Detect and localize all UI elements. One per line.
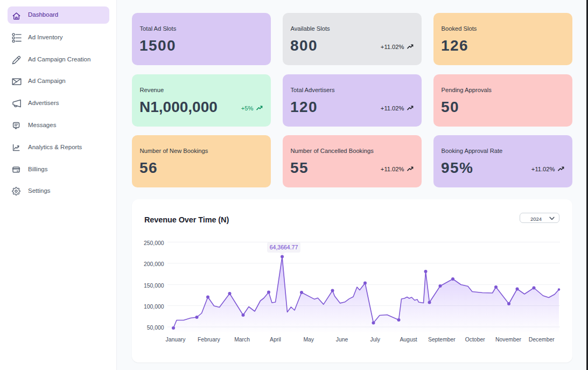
svg-text:250,000: 250,000: [144, 240, 164, 246]
svg-text:March: March: [234, 337, 250, 343]
svg-text:May: May: [303, 337, 314, 343]
svg-text:50,000: 50,000: [147, 325, 164, 331]
svg-text:August: August: [400, 337, 417, 343]
svg-text:64,3664.77: 64,3664.77: [270, 244, 298, 250]
svg-text:July: July: [370, 337, 381, 343]
svg-text:200,000: 200,000: [144, 261, 164, 267]
svg-text:October: October: [465, 337, 486, 343]
svg-text:100,000: 100,000: [144, 304, 164, 310]
svg-text:February: February: [198, 337, 220, 343]
svg-text:150,000: 150,000: [144, 283, 164, 289]
svg-text:June: June: [336, 337, 348, 343]
svg-text:November: November: [495, 337, 521, 343]
svg-text:January: January: [166, 337, 186, 343]
svg-text:April: April: [270, 337, 281, 343]
svg-text:December: December: [529, 337, 555, 343]
svg-text:September: September: [428, 337, 456, 343]
